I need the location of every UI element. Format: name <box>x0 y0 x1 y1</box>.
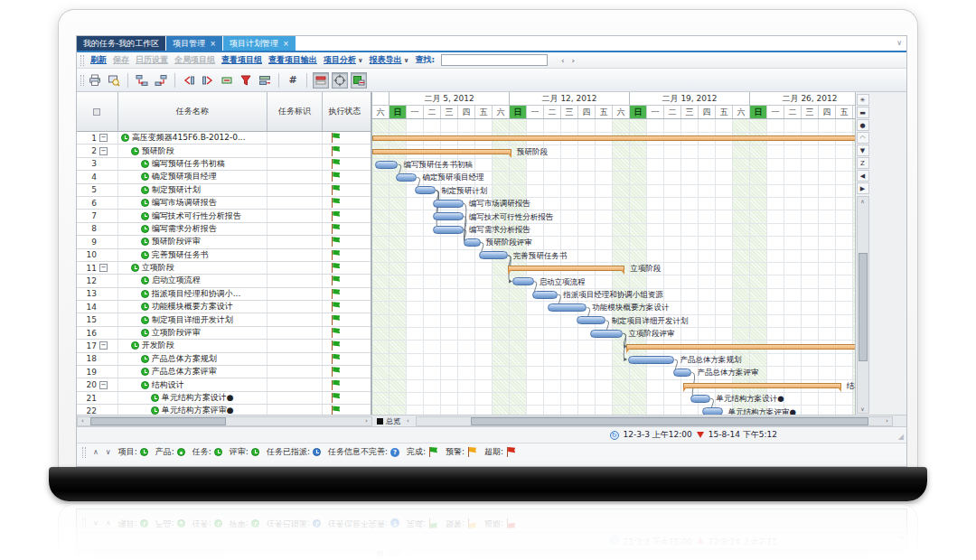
tab-overflow-chevron-icon[interactable]: ∨ <box>896 39 902 47</box>
resize-grip-icon[interactable]: ◢ <box>898 433 904 441</box>
print-preview-icon[interactable] <box>106 72 122 89</box>
task-bar[interactable] <box>532 291 558 299</box>
menu-link-项目分析[interactable]: 项目分析∨ <box>324 54 363 66</box>
summary-bar[interactable] <box>683 383 841 388</box>
summary-bar[interactable] <box>372 135 855 141</box>
row-collapse-icon[interactable]: ▬ <box>857 107 869 118</box>
legend-drag-handle[interactable] <box>82 518 86 529</box>
expand-collapse-icon[interactable]: − <box>99 341 108 350</box>
link-arc-icon[interactable]: ◠ <box>857 132 869 144</box>
task-bar[interactable] <box>396 173 418 182</box>
filter-icon[interactable]: ▼ <box>857 145 869 156</box>
gantt-scroll-right-icon[interactable]: › <box>882 551 892 559</box>
task-bar[interactable] <box>628 356 674 364</box>
table-scroll-right-icon[interactable]: › <box>361 417 371 425</box>
col-header-task-id[interactable]: 任务标识 <box>267 92 324 131</box>
gantt-scroll-left-icon[interactable]: ‹ <box>403 417 413 425</box>
tab-项目计划管理[interactable]: 项目计划管理× <box>223 36 296 51</box>
numbering-icon[interactable]: # <box>285 72 301 89</box>
scope-icon[interactable] <box>257 72 273 89</box>
overview-label[interactable]: 总览 <box>386 550 400 560</box>
timescale-in-icon[interactable] <box>200 72 216 89</box>
table-scroll-right-icon[interactable]: › <box>361 551 371 559</box>
legend-collapse-icon[interactable]: ∧ <box>93 448 99 456</box>
search-pager[interactable]: ‹› <box>561 56 582 65</box>
task-row[interactable]: 14功能模块概要方案设计 <box>77 301 371 313</box>
gantt-scroll-right-icon[interactable]: › <box>882 417 892 425</box>
task-row[interactable]: 16立项阶段评审 <box>77 327 371 340</box>
task-row[interactable]: 4确定预研项目经理 <box>77 171 371 183</box>
select-all-header[interactable] <box>77 92 118 131</box>
search-input[interactable] <box>441 54 548 66</box>
task-bar[interactable] <box>590 330 623 338</box>
task-row[interactable]: 22单元结构方案评审● <box>77 405 371 415</box>
locate-toggle-icon[interactable] <box>332 72 348 89</box>
menu-link-查看项目组[interactable]: 查看项目组 <box>221 54 262 66</box>
task-row[interactable]: 12启动立项流程 <box>77 275 371 287</box>
task-bar[interactable] <box>433 212 464 220</box>
task-row[interactable]: 2−预研阶段 <box>77 145 371 157</box>
highlight-icon[interactable]: ✳ <box>857 94 869 106</box>
task-row[interactable]: 1−高压变频器415F6.B-2012-0... <box>77 132 371 145</box>
overview-label[interactable]: 总览 <box>386 416 400 426</box>
timescale-out-icon[interactable] <box>181 72 197 89</box>
task-row[interactable]: 11−立项阶段 <box>77 262 371 275</box>
legend-drag-handle[interactable] <box>82 447 86 458</box>
task-row[interactable]: 5制定预研计划 <box>77 184 371 197</box>
gantt-scroll-left-icon[interactable]: ‹ <box>403 551 413 559</box>
task-row[interactable]: 15制定项目详细开发计划 <box>77 313 371 326</box>
filter-icon[interactable] <box>238 72 254 89</box>
select-all-checkbox[interactable] <box>93 108 100 116</box>
task-bar[interactable] <box>433 200 464 208</box>
toolbar-drag-handle-2[interactable] <box>80 75 84 86</box>
progress-toggle-icon[interactable] <box>351 72 367 89</box>
task-bar[interactable] <box>464 238 481 247</box>
task-bar[interactable] <box>548 303 587 312</box>
task-bar[interactable] <box>375 161 399 169</box>
overview-icon[interactable] <box>377 552 383 558</box>
expand-collapse-icon[interactable]: − <box>99 264 108 272</box>
timescale-fit-icon[interactable] <box>219 72 235 89</box>
table-horizontal-scrollbar[interactable]: ‹ › <box>77 550 372 560</box>
task-bar[interactable] <box>479 251 508 259</box>
table-scroll-thumb[interactable] <box>90 417 226 425</box>
resize-grip-icon[interactable]: ◢ <box>898 535 904 543</box>
tab-我的任务-我的工作区[interactable]: 我的任务-我的工作区 <box>77 36 165 51</box>
print-icon[interactable] <box>87 72 103 89</box>
scroll-left-icon[interactable]: ◀ <box>857 170 869 182</box>
expand-collapse-icon[interactable]: − <box>99 381 108 389</box>
legend-collapse-icon[interactable]: ∧ <box>93 519 99 527</box>
task-row[interactable]: 17−开发阶段 <box>77 340 371 352</box>
gantt-scroll-thumb[interactable] <box>471 551 868 559</box>
table-horizontal-scrollbar[interactable]: ‹ › <box>77 416 372 426</box>
menu-link-报表导出[interactable]: 报表导出∨ <box>370 54 409 66</box>
overview-icon[interactable] <box>377 418 383 425</box>
toolbar-drag-handle[interactable] <box>80 55 84 66</box>
tab-项目管理[interactable]: 项目管理× <box>166 36 222 51</box>
table-scroll-thumb[interactable] <box>90 551 226 559</box>
summary-bar[interactable] <box>626 344 855 350</box>
baseline-toggle-icon[interactable] <box>313 72 329 89</box>
summary-bar[interactable] <box>508 266 624 271</box>
menu-link-刷新[interactable]: 刷新 <box>90 54 107 66</box>
scroll-right-icon[interactable]: ▶ <box>857 182 869 194</box>
task-bar[interactable] <box>702 407 723 415</box>
col-header-exec-status[interactable]: 执行状态 <box>323 92 371 131</box>
task-row[interactable]: 19产品总体方案评审 <box>77 366 371 378</box>
task-indent-icon[interactable] <box>134 72 150 89</box>
task-row[interactable]: 8编写需求分析报告 <box>77 223 371 236</box>
task-row[interactable]: 13指派项目经理和协调小... <box>77 288 371 301</box>
task-row[interactable]: 18产品总体方案规划 <box>77 353 371 366</box>
menu-link-查看项目输出[interactable]: 查看项目输出 <box>268 54 317 66</box>
expand-collapse-icon[interactable]: − <box>99 147 108 155</box>
task-bar[interactable] <box>415 186 436 194</box>
legend-expand-icon[interactable]: ∨ <box>106 519 111 527</box>
sort-icon[interactable]: Z <box>857 157 869 169</box>
milestone-icon[interactable]: ● <box>857 119 869 131</box>
expand-collapse-icon[interactable]: − <box>99 134 108 142</box>
table-scroll-left-icon[interactable]: ‹ <box>78 417 88 425</box>
scroll-down-icon[interactable]: ∨ <box>858 405 868 413</box>
task-row[interactable]: 20−结构设计 <box>77 378 371 391</box>
tab-close-icon[interactable]: × <box>210 40 216 48</box>
vertical-scroll-thumb[interactable] <box>859 253 868 361</box>
